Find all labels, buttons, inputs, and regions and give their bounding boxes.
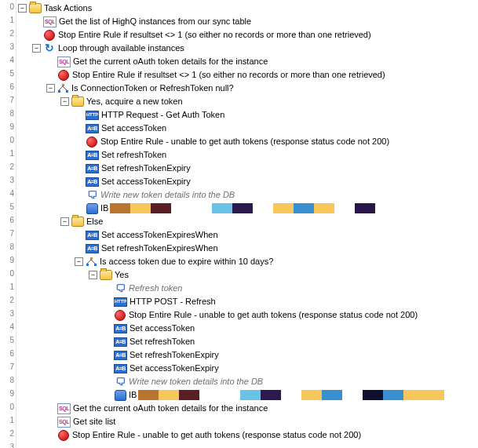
set-variable-icon: A=B bbox=[86, 177, 99, 187]
node-label: Get the current oAuth token details for … bbox=[73, 55, 268, 68]
tree-node[interactable]: Stop Entire Rule - unable to get auth to… bbox=[18, 135, 444, 148]
tree-node[interactable]: A=B Set refreshTokenExpiry bbox=[18, 162, 444, 175]
svg-rect-0 bbox=[62, 84, 64, 86]
tree-node[interactable]: SQL Get the current oAuth token details … bbox=[18, 55, 444, 68]
tree-node[interactable]: A=B Set accessToken bbox=[18, 322, 444, 335]
folder-icon bbox=[29, 3, 42, 14]
node-label: Set accessToken bbox=[130, 322, 195, 335]
root-node[interactable]: − Task Actions bbox=[18, 2, 444, 15]
stop-icon bbox=[57, 430, 70, 441]
node-label: Stop Entire Rule - unable to get auth to… bbox=[100, 135, 389, 148]
tree-node[interactable]: A=B Set refreshToken bbox=[18, 148, 444, 162]
tree-node[interactable]: IB bbox=[18, 388, 444, 402]
tree-node[interactable]: Stop Entire Rule if resultset <> 1 (so e… bbox=[18, 68, 444, 82]
tree-node[interactable]: IB bbox=[18, 202, 444, 215]
set-variable-icon: A=B bbox=[86, 231, 99, 240]
loop-icon: ↻ bbox=[43, 43, 56, 54]
http-icon: HTTP bbox=[86, 111, 99, 120]
tree-node[interactable]: − ↻ Loop through available instances bbox=[18, 42, 444, 55]
tree-node[interactable]: − Else bbox=[18, 215, 444, 228]
node-label: Is ConnectionToken or RefreshToken null? bbox=[71, 82, 234, 95]
sql-icon: SQL bbox=[57, 56, 71, 67]
collapse-icon[interactable]: − bbox=[60, 217, 69, 226]
tree-node[interactable]: A=B Set refreshTokenExpiresWhen bbox=[18, 242, 444, 255]
tree-node[interactable]: SQL Get the list of HighQ instances from… bbox=[18, 15, 444, 28]
node-label: Get the current oAuth token details for … bbox=[73, 402, 268, 415]
svg-rect-4 bbox=[86, 264, 89, 266]
sql-icon: SQL bbox=[57, 403, 71, 414]
tree-node[interactable]: A=B Set refreshTokenExpiry bbox=[18, 348, 444, 362]
node-label: Write new token details into the DB bbox=[129, 375, 263, 388]
collapse-icon[interactable]: − bbox=[75, 257, 83, 266]
tree-node[interactable]: A=B Set refreshToken bbox=[18, 335, 444, 348]
set-variable-icon: A=B bbox=[114, 324, 127, 333]
node-label: Get the list of HighQ instances from our… bbox=[59, 15, 251, 28]
color-swatch-row bbox=[138, 390, 444, 400]
tree-node[interactable]: − Yes bbox=[18, 268, 444, 282]
color-swatch-row bbox=[110, 203, 375, 213]
tree-node[interactable]: 🗨 Write new token details into the DB bbox=[18, 375, 444, 388]
node-label: HTTP POST - Refresh bbox=[130, 295, 216, 308]
tree-node[interactable]: Stop Entire Rule if resultset <> 1 (so e… bbox=[18, 28, 444, 42]
node-label: Set refreshTokenExpiry bbox=[130, 348, 219, 362]
stop-icon bbox=[86, 137, 98, 148]
stop-icon bbox=[57, 70, 70, 81]
node-label: Set refreshTokenExpiresWhen bbox=[101, 242, 218, 255]
node-label: IB bbox=[100, 202, 108, 215]
folder-icon bbox=[100, 270, 112, 281]
collapse-icon[interactable]: − bbox=[89, 271, 97, 279]
http-icon: HTTP bbox=[114, 297, 127, 307]
tree-node[interactable]: Stop Entire Rule - unable to get auth to… bbox=[18, 428, 444, 442]
collapse-icon[interactable]: − bbox=[32, 44, 41, 53]
collapse-icon[interactable]: − bbox=[60, 97, 69, 106]
node-label: Set refreshToken bbox=[130, 335, 195, 348]
tree-node[interactable]: HTTP HTTP POST - Refresh bbox=[18, 295, 444, 308]
node-label: Is access token due to expire within 10 … bbox=[100, 255, 273, 268]
node-label: HTTP Request - Get Auth Token bbox=[101, 108, 224, 122]
tree-node[interactable]: Stop Entire Rule - unable to get auth to… bbox=[18, 308, 444, 322]
collapse-icon[interactable]: − bbox=[18, 4, 27, 13]
node-label: Task Actions bbox=[44, 2, 92, 15]
sql-icon: SQL bbox=[57, 417, 71, 428]
tree-node[interactable]: A=B Set accessTokenExpiry bbox=[18, 362, 444, 375]
collapse-icon[interactable]: − bbox=[46, 84, 55, 93]
tree-node[interactable]: 🗨 Refresh token bbox=[18, 282, 444, 295]
node-label: Set refreshTokenExpiry bbox=[101, 162, 191, 175]
set-variable-icon: A=B bbox=[86, 151, 99, 160]
node-label: Set refreshToken bbox=[101, 148, 166, 162]
tree-node[interactable]: − Is ConnectionToken or RefreshToken nul… bbox=[18, 82, 444, 95]
node-label: Set accessTokenExpiresWhen bbox=[101, 228, 218, 242]
svg-rect-1 bbox=[58, 90, 60, 93]
stop-icon bbox=[114, 310, 126, 321]
node-label: Stop Entire Rule if resultset <> 1 (so e… bbox=[58, 28, 371, 42]
tree-node[interactable]: A=B Set accessToken bbox=[18, 122, 444, 135]
node-label: Set accessTokenExpiry bbox=[130, 362, 219, 375]
condition-icon bbox=[57, 84, 69, 93]
tree-node[interactable]: SQL Get site list bbox=[18, 415, 444, 428]
tree-node[interactable]: HTTP HTTP Request - Get Auth Token bbox=[18, 108, 444, 122]
tree-node[interactable]: − Is access token due to expire within 1… bbox=[18, 255, 444, 268]
condition-icon bbox=[86, 257, 97, 267]
set-variable-icon: A=B bbox=[114, 351, 127, 360]
node-label: Yes bbox=[115, 268, 129, 282]
set-variable-icon: A=B bbox=[86, 124, 99, 133]
node-label: Refresh token bbox=[129, 282, 182, 295]
set-variable-icon: A=B bbox=[114, 337, 127, 347]
node-label: Stop Entire Rule - unable to get auth to… bbox=[129, 308, 418, 322]
node-label: Yes, acquire a new token bbox=[86, 95, 183, 108]
comment-icon: 🗨 bbox=[114, 283, 126, 294]
tree-node[interactable]: 🗨 Write new token details into the DB bbox=[18, 188, 444, 202]
svg-rect-5 bbox=[94, 264, 97, 266]
tree-node[interactable]: SQL Get the current oAuth token details … bbox=[18, 402, 444, 415]
node-label: Stop Entire Rule if resultset <> 1 (so e… bbox=[72, 68, 385, 82]
folder-icon bbox=[71, 217, 84, 228]
line-number-gutter: 0123456789012345678901234567890123 bbox=[0, 0, 16, 448]
tree-node[interactable]: A=B Set accessTokenExpiresWhen bbox=[18, 228, 444, 242]
tree-node[interactable]: A=B Set accessTokenExpiry bbox=[18, 175, 444, 188]
tree-node[interactable]: − Yes, acquire a new token bbox=[18, 95, 444, 108]
database-icon bbox=[114, 390, 126, 401]
svg-rect-3 bbox=[90, 257, 93, 260]
node-label: Else bbox=[86, 215, 103, 228]
node-label: Set accessTokenExpiry bbox=[101, 175, 191, 188]
node-label: Set accessToken bbox=[101, 122, 166, 135]
